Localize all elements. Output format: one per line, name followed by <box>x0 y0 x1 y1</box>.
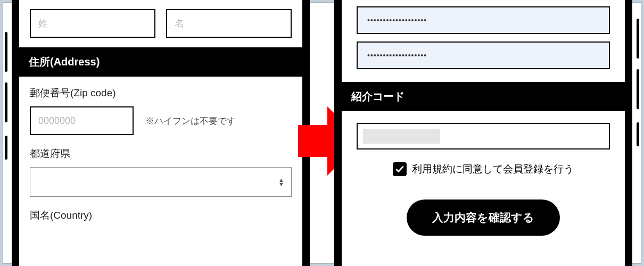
last-name-field[interactable] <box>30 9 155 38</box>
check-icon <box>395 164 404 174</box>
section-title-invite: 紹介コード <box>342 82 625 111</box>
terms-agreement-row[interactable]: 利用規約に同意して会員登録を行う <box>357 162 610 176</box>
zip-label: 郵便番号(Zip code) <box>30 86 292 100</box>
invite-code-input[interactable] <box>357 123 610 149</box>
prefecture-select[interactable] <box>30 167 292 197</box>
phone-left-screen: 氏名(Name) 住所(Address) 郵便番号(Zip code) ※ハイフ… <box>19 0 302 266</box>
country-label: 国名(Country) <box>30 209 292 222</box>
phone-left-mockup: 氏名(Name) 住所(Address) 郵便番号(Zip code) ※ハイフ… <box>12 0 310 266</box>
section-body-invite: 利用規約に同意して会員登録を行う 入力内容を確認する <box>342 111 625 247</box>
section-body-address: 郵便番号(Zip code) ※ハイフンは不要です 都道府県 国名(Countr… <box>19 77 302 238</box>
phone-right-screen: パスワード(Password) ••••••••••••••••••• ••••… <box>342 0 625 266</box>
phone-side-button <box>637 69 639 109</box>
first-name-field[interactable] <box>166 9 292 38</box>
zip-input[interactable] <box>30 106 134 135</box>
terms-checkbox[interactable] <box>393 162 407 176</box>
prefecture-label: 都道府県 <box>30 147 292 161</box>
password-field-1[interactable]: ••••••••••••••••••• <box>357 6 610 34</box>
section-body-name <box>19 0 302 47</box>
section-title-address: 住所(Address) <box>19 47 302 77</box>
phone-side-button <box>5 32 7 72</box>
phone-side-button <box>5 82 7 122</box>
confirm-button[interactable]: 入力内容を確認する <box>407 200 560 236</box>
phone-right-mockup: パスワード(Password) ••••••••••••••••••• ••••… <box>334 0 632 266</box>
password-mask: ••••••••••••••••••• <box>367 16 427 24</box>
phone-side-button <box>5 136 7 160</box>
phone-side-button <box>637 19 639 59</box>
section-body-password: ••••••••••••••••••• ••••••••••••••••••• <box>342 0 625 82</box>
redacted-block <box>363 129 440 144</box>
phone-side-button <box>637 122 639 146</box>
password-mask: ••••••••••••••••••• <box>367 51 427 60</box>
canvas: 氏名(Name) 住所(Address) 郵便番号(Zip code) ※ハイフ… <box>3 2 641 264</box>
password-field-2[interactable]: ••••••••••••••••••• <box>357 41 610 69</box>
terms-label: 利用規約に同意して会員登録を行う <box>412 162 574 176</box>
zip-hint: ※ハイフンは不要です <box>145 115 236 127</box>
